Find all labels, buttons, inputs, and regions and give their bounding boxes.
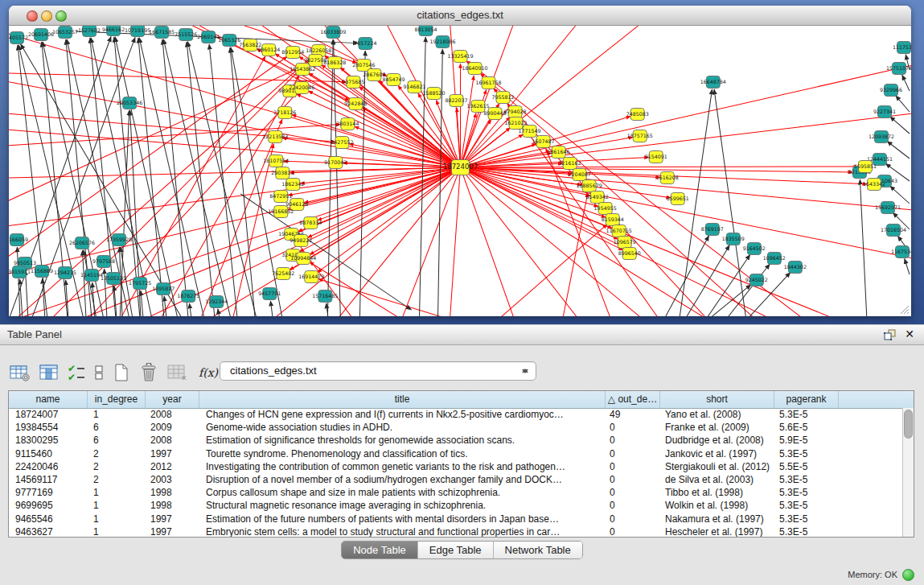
table-cell[interactable]: Yano et al. (2008): [660, 408, 774, 421]
table-cell[interactable]: Estimation of the future numbers of pati…: [199, 513, 606, 525]
table-cell[interactable]: 1998: [146, 499, 199, 512]
delete-trash-icon[interactable]: [139, 363, 158, 382]
table-row[interactable]: 1872400712008Changes of HCN gene express…: [9, 408, 903, 421]
table-cell[interactable]: Investigating the contribution of common…: [199, 460, 606, 473]
table-cell[interactable]: de Silva et al. (2003): [660, 473, 774, 486]
table-row[interactable]: 977716911998Corpus callosum shape and si…: [9, 486, 903, 499]
close-panel-icon[interactable]: ✕: [905, 328, 914, 340]
table-cell[interactable]: 1: [88, 499, 146, 512]
table-cell[interactable]: 1997: [146, 447, 199, 460]
scrollbar-thumb[interactable]: [904, 410, 913, 439]
table-cell[interactable]: 22420046: [9, 460, 88, 473]
table-cell[interactable]: 18300295: [9, 434, 88, 447]
table-cell[interactable]: 0: [606, 447, 660, 460]
network-canvas[interactable]: 2405572206914061065325715276029466162107…: [9, 26, 911, 316]
table-row[interactable]: 1456911722003Disruption of a novel membe…: [9, 473, 903, 486]
function-builder-icon[interactable]: f(x): [197, 366, 220, 379]
table-row[interactable]: 2242004622012Investigating the contribut…: [9, 460, 903, 473]
table-cell[interactable]: 49: [606, 408, 660, 421]
column-header-name[interactable]: name: [9, 391, 88, 408]
table-cell[interactable]: Structural magnetic resonance image aver…: [199, 499, 606, 512]
network-view[interactable]: 2405572206914061065325715276029466162107…: [9, 26, 911, 316]
row-checklist-icon[interactable]: ✔ ✔: [68, 364, 85, 381]
table-row[interactable]: 946554611997Estimation of the future num…: [9, 513, 903, 525]
table-cell[interactable]: Jankovic et al. (1997): [660, 447, 774, 460]
table-cell[interactable]: Wolkin et al. (1998): [660, 499, 774, 512]
table-cell[interactable]: 5.9E-5: [774, 434, 839, 447]
table-cell[interactable]: 0: [606, 434, 660, 447]
table-cell[interactable]: 5.3E-5: [774, 486, 839, 499]
table-cell[interactable]: 1997: [146, 525, 199, 537]
table-select-dropdown[interactable]: citations_edges.txt: [220, 361, 536, 381]
table-cell[interactable]: Corpus callosum shape and size in male p…: [199, 486, 606, 499]
table-cell[interactable]: 2012: [146, 460, 199, 473]
table-cell[interactable]: 9699695: [9, 499, 88, 512]
column-header-title[interactable]: title: [199, 391, 606, 408]
table-row[interactable]: 969969511998Structural magnetic resonanc…: [9, 499, 903, 512]
table-cell[interactable]: 5.3E-5: [774, 447, 839, 460]
table-cell[interactable]: 1: [88, 486, 146, 499]
table-row[interactable]: 1938455462009Genome-wide association stu…: [9, 421, 903, 434]
column-header-pagerank[interactable]: pagerank: [774, 391, 839, 408]
table-cell[interactable]: 14569117: [9, 473, 88, 486]
table-cell[interactable]: 9115460: [9, 447, 88, 460]
table-row[interactable]: 1830029562008Estimation of significance …: [9, 434, 903, 447]
table-cell[interactable]: 0: [606, 499, 660, 512]
table-cell[interactable]: 2: [88, 473, 146, 486]
table-cell[interactable]: 0: [606, 513, 660, 525]
table-cell[interactable]: 9465546: [9, 513, 88, 525]
table-cell[interactable]: Disruption of a novel member of a sodium…: [199, 473, 606, 486]
table-cell[interactable]: 1: [88, 525, 146, 537]
table-cell[interactable]: 6: [88, 421, 146, 434]
float-panel-icon[interactable]: [883, 328, 897, 344]
table-row[interactable]: 946362711997Embryonic stem cells: a mode…: [9, 525, 903, 537]
table-cell[interactable]: 0: [606, 473, 660, 486]
table-scrollbar[interactable]: [902, 408, 914, 537]
table-cell[interactable]: 2003: [146, 473, 199, 486]
table-cell[interactable]: 18724007: [9, 408, 88, 421]
table-row[interactable]: 911546021997Tourette syndrome. Phenomeno…: [9, 447, 903, 460]
network-window-titlebar[interactable]: citations_edges.txt: [9, 6, 911, 26]
table-cell[interactable]: 5.5E-5: [774, 460, 839, 473]
table-cell[interactable]: Hescheler et al. (1997): [660, 525, 774, 537]
table-cell[interactable]: 0: [606, 486, 660, 499]
table-cell[interactable]: 0: [606, 525, 660, 537]
column-select-icon[interactable]: [39, 364, 59, 381]
table-cell[interactable]: 1: [88, 513, 146, 525]
table-cell[interactable]: 1997: [146, 513, 199, 525]
table-cell[interactable]: 0: [606, 421, 660, 434]
table-cell[interactable]: Changes of HCN gene expression and I(f) …: [199, 408, 606, 421]
table-cell[interactable]: Stergiakouli et al. (2012): [660, 460, 774, 473]
table-cell[interactable]: 1998: [146, 486, 199, 499]
table-cell[interactable]: 5.3E-5: [774, 513, 839, 525]
table-cell[interactable]: 0: [606, 460, 660, 473]
column-header-out_de[interactable]: △ out_de…: [606, 391, 660, 408]
table-cell[interactable]: 9463627: [9, 525, 88, 537]
column-header-short[interactable]: short: [660, 391, 774, 408]
table-settings-icon[interactable]: [10, 364, 31, 381]
table-cell[interactable]: 2009: [146, 421, 199, 434]
table-cell[interactable]: 1: [88, 408, 146, 421]
tab-node-table[interactable]: Node Table: [342, 542, 418, 558]
table-cell[interactable]: Tibbo et al. (1998): [660, 486, 774, 499]
table-cell[interactable]: Nakamura et al. (1997): [660, 513, 774, 525]
table-cell[interactable]: 5.3E-5: [774, 473, 839, 486]
table-cell[interactable]: 5.6E-5: [774, 421, 839, 434]
table-cell[interactable]: 19384554: [9, 421, 88, 434]
table-cell[interactable]: 2: [88, 447, 146, 460]
table-cell[interactable]: 2: [88, 460, 146, 473]
table-cell[interactable]: 9777169: [9, 486, 88, 499]
table-cell[interactable]: 5.3E-5: [774, 499, 839, 512]
window-resize-grip[interactable]: [898, 303, 910, 315]
table-cell[interactable]: 6: [88, 434, 146, 447]
table-cell[interactable]: Estimation of significance thresholds fo…: [199, 434, 606, 447]
new-document-icon[interactable]: [113, 363, 130, 382]
table-cell[interactable]: Franke et al. (2009): [660, 421, 774, 434]
tab-network-table[interactable]: Network Table: [494, 542, 582, 558]
column-header-year[interactable]: year: [146, 391, 199, 408]
column-header-in_degree[interactable]: in_degree: [88, 391, 146, 408]
table-cell[interactable]: Tourette syndrome. Phenomenology and cla…: [199, 447, 606, 460]
table-cell[interactable]: 5.3E-5: [774, 408, 839, 421]
table-cell[interactable]: Dudbridge et al. (2008): [660, 434, 774, 447]
rows-icon[interactable]: [94, 364, 104, 381]
